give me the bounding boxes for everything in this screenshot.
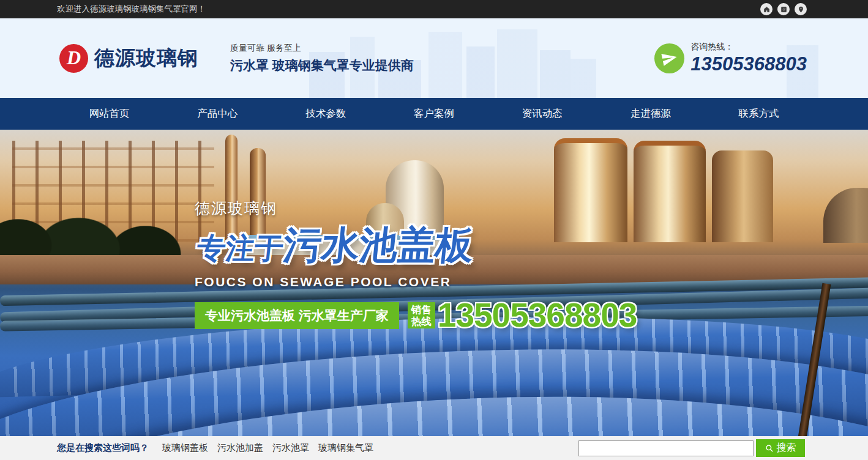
hero-subtitle-en: FOUCS ON SEWAGE POOL COVER: [195, 275, 637, 289]
hero-title-main: 污水池盖板: [282, 224, 476, 266]
search-button-label: 搜索: [777, 442, 796, 454]
welcome-text: 欢迎进入德源玻璃钢玻璃钢集气罩官网！: [57, 4, 206, 15]
hotline-text: 咨询热线： 13505368803: [690, 42, 807, 75]
search-question-label: 您是在搜索这些词吗？: [57, 442, 149, 454]
logo-text: 德源玻璃钢: [94, 45, 198, 72]
hero-text-block: 德源玻璃钢 专注于污水池盖板 FOUCS ON SEWAGE POOL COVE…: [195, 198, 637, 332]
hero-banner: 德源玻璃钢 专注于污水池盖板 FOUCS ON SEWAGE POOL COVE…: [0, 130, 868, 436]
site-header: D 德源玻璃钢 质量可靠 服务至上 污水罩 玻璃钢集气罩专业提供商 咨询热线： …: [0, 18, 868, 98]
search-strip: 您是在搜索这些词吗？ 玻璃钢盖板 污水池加盖 污水池罩 玻璃钢集气罩 搜索: [0, 436, 868, 460]
search-button[interactable]: 搜索: [756, 439, 805, 457]
nav-item-about[interactable]: 走进德源: [596, 98, 705, 130]
nav-item-products[interactable]: 产品中心: [163, 98, 272, 130]
hero-silo-decoration: [634, 141, 706, 242]
hero-dome-tank-decoration: [823, 188, 868, 243]
slogan-small: 质量可靠 服务至上: [230, 43, 414, 54]
top-bar: 欢迎进入德源玻璃钢玻璃钢集气罩官网！: [0, 0, 868, 18]
hero-tagline-button[interactable]: 专业污水池盖板 污水罩生产厂家: [195, 302, 399, 329]
hero-brand-text: 德源玻璃钢: [195, 198, 637, 218]
hotline-number: 13505368803: [690, 53, 807, 75]
hero-silo-decoration: [712, 150, 773, 242]
hotline-label: 咨询热线：: [690, 42, 807, 53]
location-icon[interactable]: [795, 3, 807, 15]
instagram-icon[interactable]: [777, 3, 790, 15]
paper-plane-icon: [654, 43, 684, 73]
keyword-link-jiqizhao[interactable]: 玻璃钢集气罩: [318, 442, 373, 454]
main-nav: 网站首页 产品中心 技术参数 客户案例 资讯动态 走进德源 联系方式: [0, 98, 868, 130]
search-input[interactable]: [578, 440, 754, 456]
hero-cta-row: 专业污水池盖板 污水罩生产厂家 销售 热线 13505368803: [195, 299, 637, 332]
slogan-main: 污水罩 玻璃钢集气罩专业提供商: [230, 57, 414, 74]
keyword-link-chizhao[interactable]: 污水池罩: [272, 442, 309, 454]
nav-item-cases[interactable]: 客户案例: [380, 98, 488, 130]
header-slogan: 质量可靠 服务至上 污水罩 玻璃钢集气罩专业提供商: [230, 43, 414, 74]
keyword-link-gaiban[interactable]: 玻璃钢盖板: [162, 442, 208, 454]
hero-title: 专注于污水池盖板: [195, 220, 642, 271]
sales-tag-line1: 销售: [411, 304, 432, 316]
search-icon: [765, 444, 774, 453]
sales-tag-line2: 热线: [411, 316, 432, 327]
site-logo[interactable]: D 德源玻璃钢: [59, 44, 198, 73]
social-icons: [760, 3, 807, 15]
keyword-link-jiagai[interactable]: 污水池加盖: [217, 442, 263, 454]
nav-item-contact[interactable]: 联系方式: [705, 98, 813, 130]
nav-item-news[interactable]: 资讯动态: [488, 98, 596, 130]
sales-hotline-tag: 销售 热线: [408, 302, 435, 329]
nav-item-home[interactable]: 网站首页: [55, 98, 163, 130]
header-hotline: 咨询热线： 13505368803: [654, 42, 807, 75]
logo-icon: D: [59, 44, 88, 73]
nav-item-specs[interactable]: 技术参数: [272, 98, 380, 130]
hero-title-prefix: 专注于: [195, 232, 285, 264]
sales-phone-number: 13505368803: [438, 299, 637, 332]
search-box: 搜索: [578, 439, 805, 457]
home-icon[interactable]: [760, 3, 773, 15]
